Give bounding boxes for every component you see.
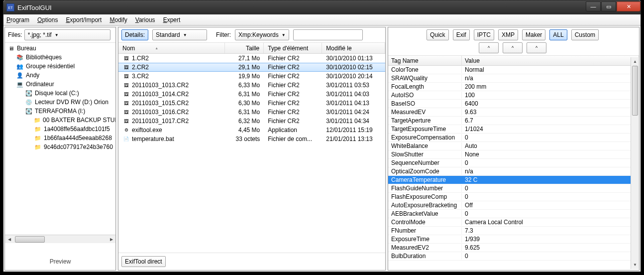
tag-row[interactable]: FlashExposureComp0 [388, 193, 639, 201]
tag-row[interactable]: AutoExposureBracketingOff [388, 201, 639, 210]
files-pattern-combo[interactable]: *.jpg; *.tif ▼ [24, 29, 110, 40]
scroll-right-icon[interactable]: ▶ [107, 235, 115, 244]
filter-field-combo[interactable]: Xmp:Keywords ▼ [235, 29, 289, 40]
file-modified: 3/01/2011 04:34 [322, 118, 385, 125]
tag-row[interactable]: FNumber7.3 [388, 227, 639, 235]
file-row[interactable]: 🖼20110103_1017.CR26,32 MoFichier CR23/01… [118, 117, 385, 126]
scroll-up-icon[interactable]: ▲ [631, 57, 639, 66]
tag-vscrollbar[interactable]: ▲ ▼ [631, 57, 639, 269]
tag-row[interactable]: ExposureCompensation0 [388, 134, 639, 142]
menu-options[interactable]: Options [37, 16, 58, 23]
tab-iptc[interactable]: IPTC [474, 29, 494, 40]
details-button[interactable]: Details: [121, 29, 148, 40]
tag-name: FlashGuideNumber [388, 185, 462, 192]
tag-row[interactable]: SRAWQualityn/a [388, 74, 639, 83]
tag-row[interactable]: ColorToneNormal [388, 66, 639, 74]
tab-custom[interactable]: Custom [571, 29, 599, 40]
tag-row[interactable]: MeasuredEV9.63 [388, 108, 639, 117]
tree-item[interactable]: 📁9c46dc077917e24b3e760 [5, 142, 115, 151]
file-name: 2.CR2 [132, 64, 149, 71]
tag-row[interactable]: ControlModeCamera Local Control [388, 218, 639, 227]
file-size: 33 octets [225, 136, 264, 142]
file-row[interactable]: 🖼20110103_1016.CR26,31 MoFichier CR23/01… [118, 108, 385, 117]
collapse-button-3[interactable]: ^ [527, 42, 546, 53]
filter-value-input[interactable] [293, 29, 363, 40]
filter-field-value: Xmp:Keywords [238, 31, 279, 38]
exiftool-direct-button[interactable]: ExifTool direct [121, 256, 166, 267]
tree-item[interactable]: 📁00 BAXTER BACKUP STUDIO [5, 116, 115, 125]
tree-item[interactable]: 💽TERRAFORMA (I:) [5, 107, 115, 116]
tree-item[interactable]: 📁1b66faa444d5eeaab8268 [5, 134, 115, 142]
tag-row[interactable]: BaseISO6400 [388, 100, 639, 108]
collapse-button-2[interactable]: ^ [503, 42, 523, 53]
tree-item[interactable]: 📁1a4008ffe56aafdbc101f5 [5, 125, 115, 134]
col-header-modified[interactable]: Modifié le [322, 43, 385, 53]
tag-row[interactable]: OpticalZoomCoden/a [388, 167, 639, 176]
tag-row[interactable]: SlowShutterNone [388, 150, 639, 159]
tag-row[interactable]: WhiteBalanceAuto [388, 142, 639, 150]
tree-item[interactable]: 👤Andy [5, 71, 115, 80]
maximize-button[interactable]: ▭ [601, 1, 616, 11]
tag-row[interactable]: SequenceNumber0 [388, 159, 639, 167]
scroll-thumb[interactable] [632, 66, 638, 116]
file-row[interactable]: 🖼20110103_1013.CR26,33 MoFichier CR23/01… [118, 81, 385, 90]
file-row[interactable]: 🖼2.CR229,1 MoFichier CR230/10/2010 02:15 [118, 63, 385, 72]
tab-xmp[interactable]: XMP [498, 29, 518, 40]
tag-row[interactable]: CameraTemperature32 C [388, 176, 639, 184]
tag-row[interactable]: TargetAperture6.7 [388, 117, 639, 125]
col-header-tagname[interactable]: Tag Name [388, 56, 462, 65]
tag-row[interactable]: FocalLength200 mm [388, 83, 639, 91]
tab-all[interactable]: ALL [549, 29, 567, 40]
menu-exportimport[interactable]: Export/Import [66, 16, 102, 23]
tag-row[interactable]: ExposureTime1/939 [388, 235, 639, 244]
tree-item[interactable]: 👥Groupe résidentiel [5, 62, 115, 71]
file-modified: 3/01/2011 04:03 [322, 91, 385, 98]
file-list-header[interactable]: Nom▲ Taille Type d'élément Modifié le [118, 43, 385, 54]
menu-modify[interactable]: Modify [109, 16, 127, 23]
tree-item[interactable]: 💻Ordinateur [5, 80, 115, 89]
tree-hscrollbar[interactable]: ◀ ▶ [5, 235, 115, 243]
tag-list-header[interactable]: Tag Name Value [388, 56, 639, 66]
collapse-button-1[interactable]: ^ [479, 42, 499, 53]
close-button[interactable]: ✕ [617, 1, 641, 11]
tag-row[interactable]: TargetExposureTime1/1024 [388, 125, 639, 134]
tree-item[interactable]: 💽Disque local (C:) [5, 89, 115, 98]
file-icon: 🖼 [122, 55, 130, 62]
tag-row[interactable]: FlashGuideNumber0 [388, 184, 639, 193]
tag-row[interactable]: BulbDuration0 [388, 252, 639, 261]
scroll-thumb[interactable] [15, 236, 45, 243]
tag-row[interactable]: AutoISO100 [388, 91, 639, 100]
tab-exif[interactable]: Exif [453, 29, 470, 40]
chevron-down-icon: ▼ [282, 33, 286, 37]
file-row[interactable]: 🖼20110103_1014.CR26,31 MoFichier CR23/01… [118, 90, 385, 99]
chevron-down-icon: ▼ [55, 33, 59, 37]
file-list[interactable]: Nom▲ Taille Type d'élément Modifié le 🖼1… [118, 43, 385, 253]
menu-various[interactable]: Various [135, 16, 155, 23]
tree-item[interactable]: 📚Bibliothèques [5, 53, 115, 62]
col-header-name[interactable]: Nom▲ [118, 43, 225, 53]
col-header-type[interactable]: Type d'élément [264, 43, 322, 53]
tab-quick[interactable]: Quick [427, 29, 449, 40]
file-row[interactable]: 🖼20110103_1015.CR26,30 MoFichier CR23/01… [118, 99, 385, 108]
tag-row[interactable]: MeasuredEV29.625 [388, 244, 639, 252]
col-header-size[interactable]: Taille [225, 43, 264, 53]
file-row[interactable]: 🖼3.CR219,9 MoFichier CR230/10/2010 20:14 [118, 72, 385, 81]
right-panel: QuickExifIPTCXMPMakerALLCustom ^ ^ ^ Tag… [388, 27, 640, 271]
col-header-tagvalue[interactable]: Value [462, 56, 639, 65]
file-row[interactable]: 📄temperature.bat33 octetsFichier de com.… [118, 135, 385, 143]
titlebar[interactable]: ET ExifToolGUI — ▭ ✕ [3, 0, 641, 14]
tree-item[interactable]: 🖥Bureau [5, 44, 115, 53]
file-row[interactable]: ⚙exiftool.exe4,45 MoApplication12/01/201… [118, 126, 385, 135]
minimize-button[interactable]: — [586, 1, 601, 11]
scroll-left-icon[interactable]: ◀ [5, 235, 13, 244]
file-row[interactable]: 🖼1.CR227,1 MoFichier CR230/10/2010 01:13 [118, 54, 385, 63]
menu-program[interactable]: Program [6, 16, 29, 23]
tag-row[interactable]: AEBBracketValue0 [388, 210, 639, 218]
details-mode-combo[interactable]: Standard ▼ [152, 29, 207, 40]
folder-tree[interactable]: 🖥Bureau📚Bibliothèques👥Groupe résidentiel… [5, 43, 115, 235]
tree-item[interactable]: 💿Lecteur DVD RW (D:) Orion [5, 98, 115, 107]
tab-maker[interactable]: Maker [522, 29, 545, 40]
menu-expert[interactable]: Expert [163, 16, 181, 23]
scroll-down-icon[interactable]: ▼ [631, 261, 639, 269]
tag-list[interactable]: Tag Name Value ColorToneNormalSRAWQualit… [388, 56, 639, 270]
